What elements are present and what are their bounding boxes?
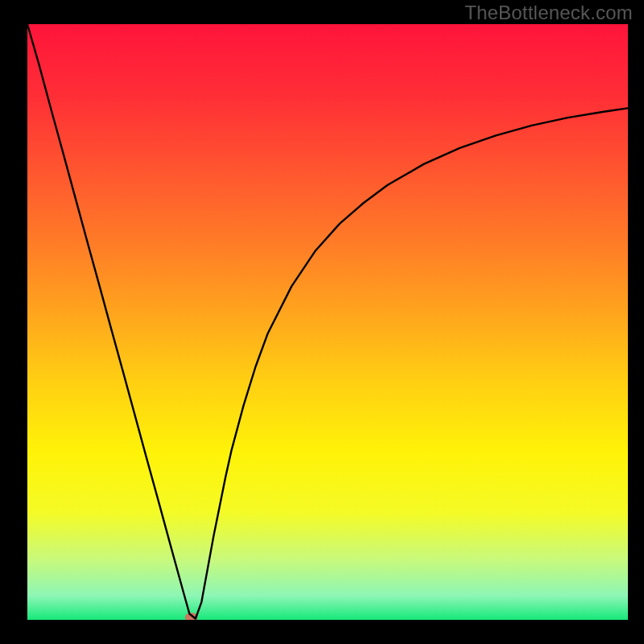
watermark-text: TheBottleneck.com [464,2,633,24]
frame-border-right [628,0,644,644]
frame-border-bottom [0,620,644,644]
frame-border-left [0,0,27,644]
chart-container: { "watermark": "TheBottleneck.com", "cha… [0,0,644,644]
gradient-background [27,24,628,620]
bottleneck-chart [0,0,644,644]
